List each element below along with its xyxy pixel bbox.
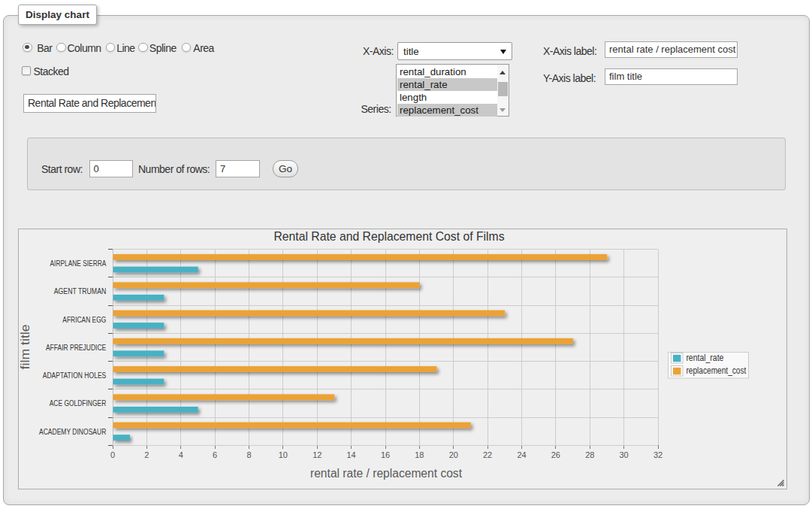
svg-text:6: 6 xyxy=(213,450,217,459)
svg-text:30: 30 xyxy=(619,450,628,459)
svg-text:14: 14 xyxy=(346,450,355,459)
svg-text:0: 0 xyxy=(110,450,115,459)
svg-text:ADAPTATION HOLES: ADAPTATION HOLES xyxy=(43,371,107,380)
svg-text:ACE GOLDFINGER: ACE GOLDFINGER xyxy=(50,399,107,407)
svg-text:rental rate / replacement cost: rental rate / replacement cost xyxy=(310,467,463,480)
svg-text:10: 10 xyxy=(279,450,288,459)
svg-text:ACADEMY DINOSAUR: ACADEMY DINOSAUR xyxy=(39,428,106,436)
svg-text:AFFAIR PREJUDICE: AFFAIR PREJUDICE xyxy=(46,344,107,352)
svg-text:22: 22 xyxy=(483,450,492,459)
svg-text:AFRICAN EGG: AFRICAN EGG xyxy=(62,316,106,324)
svg-text:rental_rate: rental_rate xyxy=(686,353,723,363)
svg-text:8: 8 xyxy=(246,450,251,459)
svg-text:28: 28 xyxy=(585,450,594,459)
svg-text:12: 12 xyxy=(312,450,321,459)
svg-text:26: 26 xyxy=(551,450,560,459)
svg-text:20: 20 xyxy=(449,450,458,459)
svg-text:24: 24 xyxy=(517,450,526,459)
svg-text:4: 4 xyxy=(179,450,183,459)
svg-text:film title: film title xyxy=(19,324,32,369)
svg-text:Rental Rate and Replacement Co: Rental Rate and Replacement Cost of Film… xyxy=(274,229,505,244)
svg-text:AGENT TRUMAN: AGENT TRUMAN xyxy=(54,287,107,295)
svg-text:16: 16 xyxy=(381,450,390,459)
svg-text:2: 2 xyxy=(144,450,149,459)
svg-text:18: 18 xyxy=(415,450,424,459)
svg-text:replacement_cost: replacement_cost xyxy=(686,365,747,376)
svg-text:AIRPLANE SIERRA: AIRPLANE SIERRA xyxy=(50,259,107,268)
svg-text:32: 32 xyxy=(654,450,663,459)
